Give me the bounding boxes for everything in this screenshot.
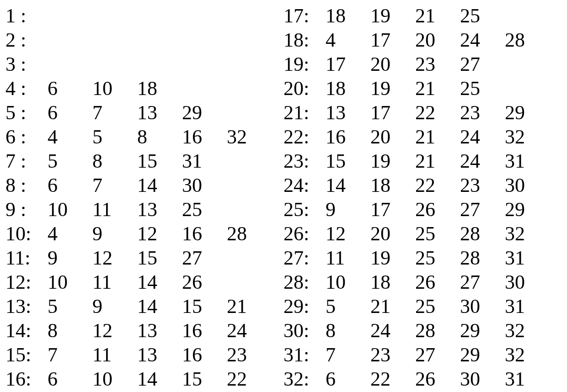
- row-label: 20:: [284, 76, 326, 101]
- cell: 17: [370, 28, 415, 52]
- cell: 10: [92, 367, 137, 391]
- cell: 12: [92, 246, 137, 270]
- cell: 19: [370, 76, 415, 101]
- row-values: 17 20 23 27: [326, 52, 505, 76]
- left-column: 1 : 2 : 3 : 4 : 6 10 18 5 : 6 7 13 29: [5, 4, 284, 391]
- cell: 19: [370, 246, 415, 270]
- row-label: 28:: [284, 270, 326, 294]
- cell: 6: [48, 173, 92, 197]
- table-row: 17: 18 19 21 25: [284, 4, 562, 28]
- table-row: 28: 10 18 26 27 30: [284, 270, 562, 294]
- row-values: 6 10 18: [48, 76, 182, 101]
- cell: 20: [370, 125, 415, 149]
- cell: 16: [182, 343, 227, 367]
- table-row: 6 : 4 5 8 16 32: [5, 125, 284, 149]
- cell: 10: [48, 197, 92, 222]
- cell: 13: [137, 197, 182, 222]
- cell: 15: [182, 367, 227, 391]
- row-label: 19:: [284, 52, 326, 76]
- cell: 9: [326, 197, 370, 222]
- row-label: 17:: [284, 4, 326, 28]
- cell: 18: [137, 76, 182, 101]
- row-values: 6 10 14 15 22: [48, 367, 272, 391]
- cell: 20: [370, 52, 415, 76]
- cell: 10: [326, 270, 370, 294]
- cell: 15: [182, 294, 227, 318]
- cell: 29: [182, 101, 227, 125]
- cell: 14: [137, 173, 182, 197]
- row-values: 7 23 27 29 32: [326, 343, 550, 367]
- cell: 11: [92, 197, 137, 222]
- row-values: 7 11 13 16 23: [48, 343, 272, 367]
- row-label: 12:: [5, 270, 48, 294]
- cell: 18: [326, 76, 370, 101]
- cell: 24: [460, 28, 505, 52]
- cell: 7: [326, 343, 370, 367]
- table-row: 8 : 6 7 14 30: [5, 173, 284, 197]
- row-label: 29:: [284, 294, 326, 318]
- cell: 6: [48, 76, 92, 101]
- row-label: 21:: [284, 101, 326, 125]
- cell: 19: [370, 4, 415, 28]
- row-values: 8 24 28 29 32: [326, 318, 550, 343]
- cell: 24: [227, 318, 272, 343]
- row-label: 14:: [5, 318, 48, 343]
- cell: 14: [137, 294, 182, 318]
- cell: 10: [92, 76, 137, 101]
- table-row: 27: 11 19 25 28 31: [284, 246, 562, 270]
- cell: 29: [505, 101, 550, 125]
- cell: 5: [92, 125, 137, 149]
- cell: 27: [182, 246, 227, 270]
- cell: 5: [48, 294, 92, 318]
- table-row: 5 : 6 7 13 29: [5, 101, 284, 125]
- cell: 26: [182, 270, 227, 294]
- cell: 12: [92, 318, 137, 343]
- cell: 21: [370, 294, 415, 318]
- cell: 23: [460, 173, 505, 197]
- cell: 27: [460, 270, 505, 294]
- cell: 8: [137, 125, 182, 149]
- row-label: 24:: [284, 173, 326, 197]
- cell: 32: [505, 318, 550, 343]
- row-values: 4 17 20 24 28: [326, 28, 550, 52]
- cell: 28: [415, 318, 460, 343]
- row-values: 10 11 14 26: [48, 270, 227, 294]
- cell: 21: [415, 125, 460, 149]
- row-values: 16 20 21 24 32: [326, 125, 550, 149]
- row-label: 25:: [284, 197, 326, 222]
- row-label: 4 :: [5, 76, 48, 101]
- cell: 21: [415, 76, 460, 101]
- row-label: 22:: [284, 125, 326, 149]
- table-row: 32: 6 22 26 30 31: [284, 367, 562, 391]
- table-row: 16: 6 10 14 15 22: [5, 367, 284, 391]
- row-label: 18:: [284, 28, 326, 52]
- cell: 21: [415, 4, 460, 28]
- row-values: 10 11 13 25: [48, 197, 227, 222]
- table-row: 9 : 10 11 13 25: [5, 197, 284, 222]
- cell: 18: [326, 4, 370, 28]
- cell: 20: [415, 28, 460, 52]
- data-table-container: 1 : 2 : 3 : 4 : 6 10 18 5 : 6 7 13 29: [5, 4, 562, 391]
- cell: 7: [92, 101, 137, 125]
- table-row: 2 :: [5, 28, 284, 52]
- cell: 24: [460, 149, 505, 173]
- cell: 6: [48, 101, 92, 125]
- cell: 13: [326, 101, 370, 125]
- cell: 23: [227, 343, 272, 367]
- cell: 15: [137, 246, 182, 270]
- table-row: 15: 7 11 13 16 23: [5, 343, 284, 367]
- cell: 19: [370, 149, 415, 173]
- cell: 13: [137, 343, 182, 367]
- table-row: 26: 12 20 25 28 32: [284, 222, 562, 246]
- table-row: 29: 5 21 25 30 31: [284, 294, 562, 318]
- cell: 9: [92, 222, 137, 246]
- cell: 13: [137, 318, 182, 343]
- cell: 32: [505, 343, 550, 367]
- cell: 15: [137, 149, 182, 173]
- cell: 7: [48, 343, 92, 367]
- row-values: 5 9 14 15 21: [48, 294, 272, 318]
- cell: 23: [370, 343, 415, 367]
- table-row: 31: 7 23 27 29 32: [284, 343, 562, 367]
- cell: 17: [370, 101, 415, 125]
- cell: 10: [48, 270, 92, 294]
